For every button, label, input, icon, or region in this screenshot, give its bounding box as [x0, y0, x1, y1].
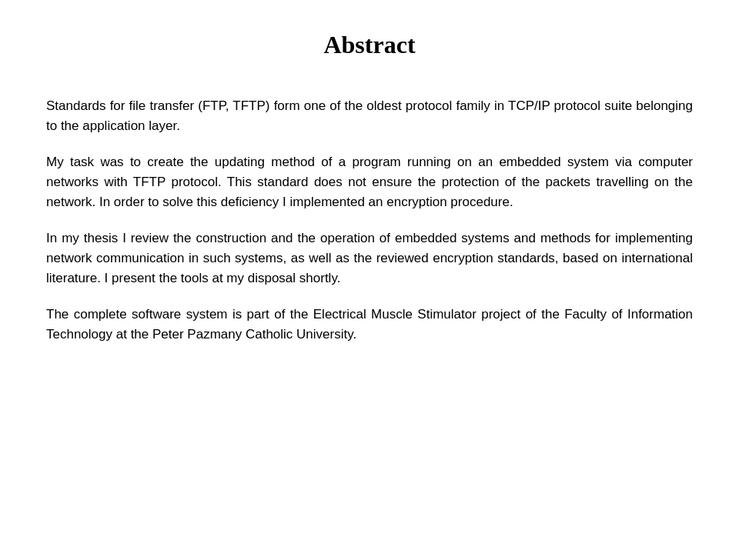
paragraph-4: The complete software system is part of …	[46, 305, 693, 345]
paragraph-1: Standards for file transfer (FTP, TFTP) …	[46, 96, 693, 137]
abstract-body: Standards for file transfer (FTP, TFTP) …	[46, 96, 693, 345]
paragraph-2: My task was to create the updating metho…	[46, 152, 693, 213]
abstract-title: Abstract	[46, 31, 693, 59]
page-content: Abstract Standards for file transfer (FT…	[46, 31, 693, 345]
paragraph-3: In my thesis I review the construction a…	[46, 228, 693, 289]
